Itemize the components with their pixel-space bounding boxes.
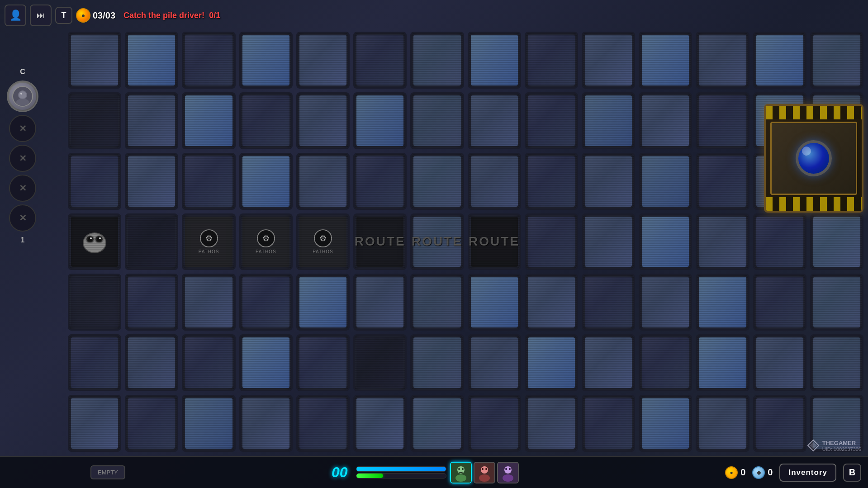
tv-cell [182,32,235,89]
hp-container: 00 [332,464,446,481]
route-tv-cell-3: ROUTE [468,213,521,270]
tv-cell [68,334,121,391]
hp-bar-green [356,473,446,479]
tv-cell [239,32,293,89]
shard-currency: ◆ 0 [752,466,773,479]
machine-lens [796,140,832,176]
objective-text: Catch the pile driver! 0/1 [123,11,220,20]
hp-bars [356,466,446,479]
gold-coin-icon: ● [725,466,738,479]
hp-bar-fill-cyan [356,467,446,471]
tv-cell [468,334,521,391]
tv-cell [239,274,293,331]
tv-cell [125,395,178,452]
tv-cell [182,334,235,391]
skip-button[interactable]: ⏭ [30,5,52,26]
tv-cell [410,395,464,452]
player-profile-button[interactable]: 👤 [5,5,26,26]
bottom-hud: EMPTY 00 [0,456,868,488]
tv-cell [353,274,407,331]
tv-cell [639,153,692,210]
tv-cell [753,334,806,391]
route-tv-cell-1: ROUTE [353,213,407,270]
tv-cell [410,334,464,391]
tv-cell [696,32,749,89]
character-portrait-2[interactable] [474,462,495,483]
empty-button[interactable]: EMPTY [90,465,125,479]
c-label: C [20,68,25,76]
tv-cell [125,334,178,391]
pathos-icon-1: ⚙ PATHOS [183,215,234,269]
tv-cell [296,334,350,391]
close-icon: ✕ [19,153,27,164]
svg-point-6 [99,237,101,239]
character-face-icon [69,215,120,269]
pathos-tv-cell-2: ⚙ PATHOS [239,213,293,270]
character-portraits [450,462,519,483]
tv-cell [239,92,293,149]
watermark-brand: THEGAMER [822,440,861,446]
tv-cell [525,153,578,210]
hp-number: 00 [332,464,354,481]
character-portrait-3[interactable] [497,462,519,483]
tv-cell [68,92,121,149]
svg-point-25 [504,466,512,474]
tv-cell [753,213,806,270]
hp-bar-fill-green [356,474,383,478]
tv-cell [296,153,350,210]
tv-cell [525,92,578,149]
tv-cell [525,274,578,331]
tv-cell [353,334,407,391]
b-button[interactable]: B [843,464,861,482]
inventory-button[interactable]: Inventory [779,464,836,482]
bottom-center-area: 00 [332,462,519,483]
sidebar-number: 1 [21,236,25,244]
svg-point-27 [505,468,507,470]
t-badge: T [55,7,72,24]
sidebar-slot-2[interactable]: ✕ [9,145,36,172]
tv-cell [125,153,178,210]
svg-point-23 [485,468,487,470]
tv-cell [696,92,749,149]
close-icon: ✕ [19,183,27,194]
sidebar-slot-4[interactable]: ✕ [9,204,36,232]
tv-cell [639,92,692,149]
sidebar-slot-1[interactable]: ✕ [9,115,36,142]
tv-cell [468,395,521,452]
sidebar-slot-3[interactable]: ✕ [9,175,36,202]
tv-cell [125,92,178,149]
tv-cell [582,274,635,331]
tv-cell [582,334,635,391]
character-tv-cell [68,213,121,270]
tv-cell [582,395,635,452]
pathos-tv-cell-1: ⚙ PATHOS [182,213,235,270]
tv-cell [68,32,121,89]
tv-cell [239,395,293,452]
svg-point-11 [16,99,29,106]
tv-cell [182,153,235,210]
pathos-tv-cell-3: ⚙ PATHOS [296,213,350,270]
shard-count: 0 [768,467,773,478]
svg-point-26 [503,474,513,482]
coin-icon: ● [76,8,90,23]
tv-cell [525,32,578,89]
gold-currency: ● 0 [725,466,745,479]
player-avatar[interactable] [7,81,38,112]
tv-cell [410,92,464,149]
bottom-left-area: EMPTY [90,465,125,479]
skip-icon: ⏭ [37,11,45,20]
tv-cell [468,153,521,210]
svg-point-18 [462,468,464,470]
machine-body [770,122,857,195]
svg-point-28 [509,468,511,470]
tv-cell [582,92,635,149]
character-portrait-1[interactable] [450,462,472,483]
svg-point-3 [88,237,92,242]
tv-cell [182,395,235,452]
tv-cell [239,153,293,210]
tv-cell [353,92,407,149]
tv-cell [525,334,578,391]
tv-grid: ⚙ PATHOS ⚙ PATHOS ⚙ PATHOS ROUTE ROUTE R… [0,0,868,488]
character-sidebar: C ✕ ✕ ✕ ✕ 1 [7,68,38,244]
tv-cell [296,395,350,452]
